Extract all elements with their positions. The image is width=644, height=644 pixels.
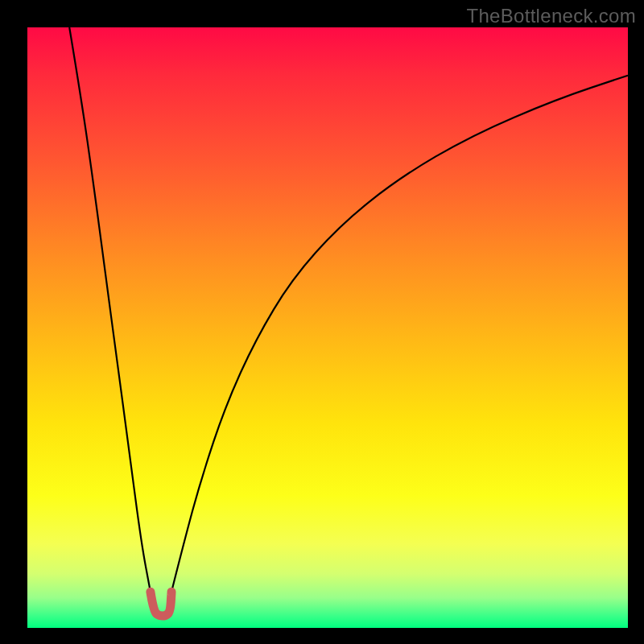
chart-frame: TheBottleneck.com bbox=[0, 0, 644, 644]
left-branch-curve bbox=[69, 27, 151, 592]
curve-layer bbox=[27, 27, 628, 628]
plot-area bbox=[27, 27, 628, 628]
notch-highlight-curve bbox=[151, 592, 171, 616]
right-branch-curve bbox=[171, 76, 628, 592]
watermark-text: TheBottleneck.com bbox=[466, 5, 636, 27]
